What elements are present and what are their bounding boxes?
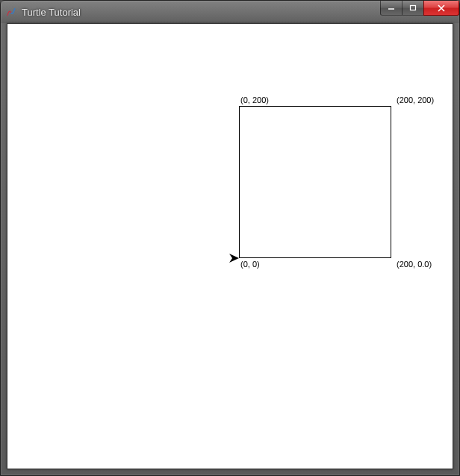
client-area: (0, 200) (200, 200) (0, 0) (200, 0.0) bbox=[7, 23, 453, 469]
titlebar[interactable]: Turtle Tutorial bbox=[1, 1, 459, 23]
window-controls bbox=[381, 1, 459, 16]
turtle-canvas: (0, 200) (200, 200) (0, 0) (200, 0.0) bbox=[7, 24, 453, 469]
label-top-left: (0, 200) bbox=[240, 95, 269, 104]
app-icon bbox=[5, 6, 17, 18]
maximize-button[interactable] bbox=[402, 1, 424, 16]
minimize-button[interactable] bbox=[380, 1, 402, 16]
app-window: Turtle Tutorial (0, 200) (200, 200) (0, … bbox=[0, 0, 460, 476]
label-top-right: (200, 200) bbox=[397, 95, 434, 104]
svg-rect-1 bbox=[411, 5, 416, 10]
svg-marker-2 bbox=[229, 254, 239, 263]
label-bottom-right: (200, 0.0) bbox=[397, 260, 432, 269]
drawn-square bbox=[239, 106, 391, 258]
turtle-cursor-icon bbox=[229, 253, 240, 265]
close-button[interactable] bbox=[423, 1, 459, 16]
label-bottom-left: (0, 0) bbox=[240, 260, 260, 269]
